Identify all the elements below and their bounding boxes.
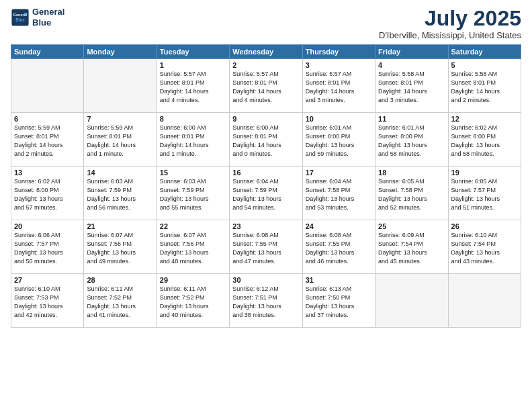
calendar-cell: 9Sunrise: 6:00 AM Sunset: 8:01 PM Daylig… — [230, 113, 302, 167]
day-number: 24 — [306, 222, 372, 230]
day-number: 13 — [14, 169, 81, 177]
calendar-cell: 17Sunrise: 6:04 AM Sunset: 7:58 PM Dayli… — [302, 167, 375, 220]
day-info: Sunrise: 6:01 AM Sunset: 8:00 PM Dayligh… — [378, 124, 445, 158]
day-info: Sunrise: 6:11 AM Sunset: 7:52 PM Dayligh… — [87, 285, 153, 320]
day-info: Sunrise: 6:03 AM Sunset: 7:59 PM Dayligh… — [87, 177, 153, 212]
calendar-cell: 30Sunrise: 6:12 AM Sunset: 7:51 PM Dayli… — [230, 274, 302, 328]
svg-text:Blue: Blue — [15, 17, 25, 21]
day-number: 29 — [160, 276, 226, 284]
day-info: Sunrise: 6:12 AM Sunset: 7:51 PM Dayligh… — [232, 285, 299, 320]
day-info: Sunrise: 6:08 AM Sunset: 7:55 PM Dayligh… — [232, 231, 299, 266]
day-number: 26 — [451, 222, 518, 230]
calendar-cell: 7Sunrise: 5:59 AM Sunset: 8:01 PM Daylig… — [84, 113, 157, 167]
subtitle: D'Iberville, Mississippi, United States — [379, 30, 521, 40]
day-number: 4 — [378, 61, 445, 69]
calendar-cell: 1Sunrise: 5:57 AM Sunset: 8:01 PM Daylig… — [157, 59, 229, 113]
day-info: Sunrise: 5:59 AM Sunset: 8:01 PM Dayligh… — [87, 124, 153, 158]
calendar-cell: 2Sunrise: 5:57 AM Sunset: 8:01 PM Daylig… — [230, 59, 302, 113]
calendar-week-row: 20Sunrise: 6:06 AM Sunset: 7:57 PM Dayli… — [11, 220, 521, 274]
title-block: July 2025 D'Iberville, Mississippi, Unit… — [379, 7, 521, 40]
calendar-cell: 18Sunrise: 6:05 AM Sunset: 7:58 PM Dayli… — [375, 167, 448, 220]
day-info: Sunrise: 6:06 AM Sunset: 7:57 PM Dayligh… — [14, 231, 81, 266]
day-info: Sunrise: 6:13 AM Sunset: 7:50 PM Dayligh… — [306, 285, 372, 320]
day-number: 18 — [378, 169, 445, 177]
day-number: 2 — [232, 61, 299, 69]
day-number: 11 — [378, 115, 445, 123]
day-number: 15 — [160, 169, 226, 177]
weekday-header: Sunday — [11, 45, 84, 59]
calendar-cell — [11, 59, 84, 113]
day-number: 5 — [451, 61, 518, 69]
calendar-cell: 28Sunrise: 6:11 AM Sunset: 7:52 PM Dayli… — [84, 274, 157, 328]
logo: General Blue General Blue — [11, 7, 64, 28]
day-info: Sunrise: 6:04 AM Sunset: 7:59 PM Dayligh… — [232, 177, 299, 212]
day-info: Sunrise: 5:58 AM Sunset: 8:01 PM Dayligh… — [378, 70, 445, 105]
calendar-cell — [375, 274, 448, 328]
calendar-cell: 12Sunrise: 6:02 AM Sunset: 8:00 PM Dayli… — [448, 113, 521, 167]
weekday-header: Tuesday — [157, 45, 229, 59]
calendar-cell: 31Sunrise: 6:13 AM Sunset: 7:50 PM Dayli… — [302, 274, 375, 328]
logo-icon: General Blue — [11, 8, 30, 27]
day-info: Sunrise: 5:57 AM Sunset: 8:01 PM Dayligh… — [306, 70, 372, 105]
weekday-header: Thursday — [302, 45, 375, 59]
day-info: Sunrise: 6:05 AM Sunset: 7:58 PM Dayligh… — [378, 177, 445, 212]
day-number: 19 — [451, 169, 518, 177]
day-number: 3 — [306, 61, 372, 69]
calendar-cell: 24Sunrise: 6:08 AM Sunset: 7:55 PM Dayli… — [302, 220, 375, 274]
day-number: 25 — [378, 222, 445, 230]
calendar-cell: 11Sunrise: 6:01 AM Sunset: 8:00 PM Dayli… — [375, 113, 448, 167]
day-info: Sunrise: 6:02 AM Sunset: 8:00 PM Dayligh… — [451, 124, 518, 158]
calendar-week-row: 6Sunrise: 5:59 AM Sunset: 8:01 PM Daylig… — [11, 113, 521, 167]
day-number: 8 — [160, 115, 226, 123]
day-number: 16 — [232, 169, 299, 177]
day-number: 17 — [306, 169, 372, 177]
main-title: July 2025 — [379, 7, 521, 30]
calendar-cell: 5Sunrise: 5:58 AM Sunset: 8:01 PM Daylig… — [448, 59, 521, 113]
day-number: 22 — [160, 222, 226, 230]
day-number: 14 — [87, 169, 153, 177]
day-number: 1 — [160, 61, 226, 69]
calendar-cell: 21Sunrise: 6:07 AM Sunset: 7:56 PM Dayli… — [84, 220, 157, 274]
day-number: 9 — [232, 115, 299, 123]
day-number: 6 — [14, 115, 81, 123]
day-number: 31 — [306, 276, 372, 284]
day-info: Sunrise: 6:11 AM Sunset: 7:52 PM Dayligh… — [160, 285, 226, 320]
day-info: Sunrise: 6:08 AM Sunset: 7:55 PM Dayligh… — [306, 231, 372, 266]
calendar-cell: 14Sunrise: 6:03 AM Sunset: 7:59 PM Dayli… — [84, 167, 157, 220]
day-info: Sunrise: 6:07 AM Sunset: 7:56 PM Dayligh… — [160, 231, 226, 266]
day-info: Sunrise: 6:05 AM Sunset: 7:57 PM Dayligh… — [451, 177, 518, 212]
day-number: 10 — [306, 115, 372, 123]
calendar-cell: 19Sunrise: 6:05 AM Sunset: 7:57 PM Dayli… — [448, 167, 521, 220]
day-info: Sunrise: 6:10 AM Sunset: 7:54 PM Dayligh… — [451, 231, 518, 266]
day-number: 12 — [451, 115, 518, 123]
logo-text: General Blue — [32, 7, 64, 28]
day-number: 7 — [87, 115, 153, 123]
day-number: 28 — [87, 276, 153, 284]
calendar-cell: 27Sunrise: 6:10 AM Sunset: 7:53 PM Dayli… — [11, 274, 84, 328]
calendar-cell: 4Sunrise: 5:58 AM Sunset: 8:01 PM Daylig… — [375, 59, 448, 113]
day-number: 30 — [232, 276, 299, 284]
day-info: Sunrise: 5:57 AM Sunset: 8:01 PM Dayligh… — [160, 70, 226, 105]
day-number: 27 — [14, 276, 81, 284]
calendar-cell: 22Sunrise: 6:07 AM Sunset: 7:56 PM Dayli… — [157, 220, 229, 274]
calendar-table: SundayMondayTuesdayWednesdayThursdayFrid… — [11, 44, 521, 328]
day-info: Sunrise: 6:03 AM Sunset: 7:59 PM Dayligh… — [160, 177, 226, 212]
calendar-cell: 8Sunrise: 6:00 AM Sunset: 8:01 PM Daylig… — [157, 113, 229, 167]
day-info: Sunrise: 6:01 AM Sunset: 8:00 PM Dayligh… — [306, 124, 372, 158]
calendar-week-row: 27Sunrise: 6:10 AM Sunset: 7:53 PM Dayli… — [11, 274, 521, 328]
day-number: 20 — [14, 222, 81, 230]
calendar-cell: 13Sunrise: 6:02 AM Sunset: 8:00 PM Dayli… — [11, 167, 84, 220]
calendar-cell: 3Sunrise: 5:57 AM Sunset: 8:01 PM Daylig… — [302, 59, 375, 113]
day-info: Sunrise: 6:04 AM Sunset: 7:58 PM Dayligh… — [306, 177, 372, 212]
day-info: Sunrise: 6:09 AM Sunset: 7:54 PM Dayligh… — [378, 231, 445, 266]
calendar-cell: 29Sunrise: 6:11 AM Sunset: 7:52 PM Dayli… — [157, 274, 229, 328]
calendar-header-row: SundayMondayTuesdayWednesdayThursdayFrid… — [11, 45, 521, 59]
day-number: 23 — [232, 222, 299, 230]
day-info: Sunrise: 5:57 AM Sunset: 8:01 PM Dayligh… — [232, 70, 299, 105]
day-info: Sunrise: 6:00 AM Sunset: 8:01 PM Dayligh… — [232, 124, 299, 158]
calendar-cell: 23Sunrise: 6:08 AM Sunset: 7:55 PM Dayli… — [230, 220, 302, 274]
calendar-cell: 26Sunrise: 6:10 AM Sunset: 7:54 PM Dayli… — [448, 220, 521, 274]
weekday-header: Friday — [375, 45, 448, 59]
calendar-cell: 16Sunrise: 6:04 AM Sunset: 7:59 PM Dayli… — [230, 167, 302, 220]
calendar-week-row: 1Sunrise: 5:57 AM Sunset: 8:01 PM Daylig… — [11, 59, 521, 113]
